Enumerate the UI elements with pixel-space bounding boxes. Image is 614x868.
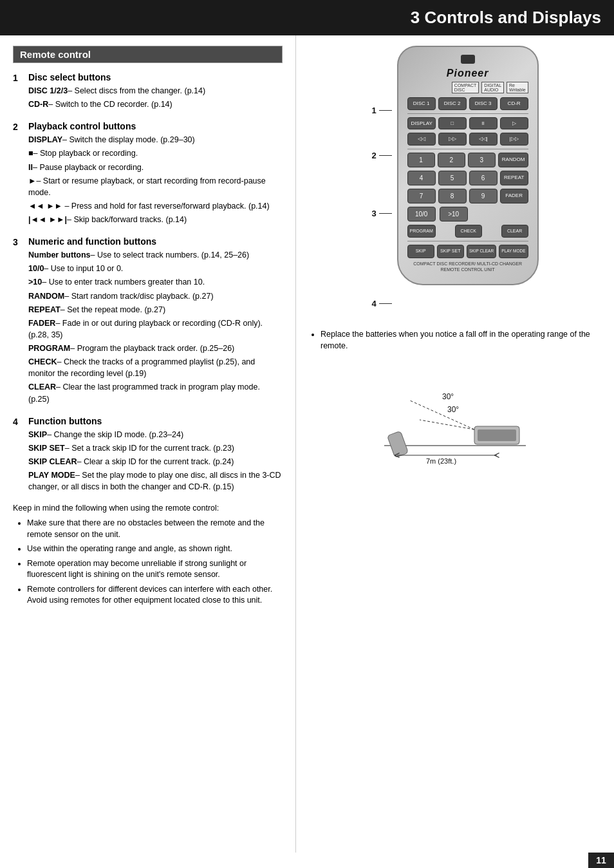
disc-buttons-row[interactable]: DISC 1 DISC 2 DISC 3 CD-R (407, 97, 528, 110)
ir-sensor (461, 55, 475, 64)
stop-button[interactable]: □ (438, 117, 467, 130)
section-playback: 2 Playback control buttons DISPLAY– Swit… (13, 121, 283, 227)
list-item: Remote controllers for different devices… (27, 584, 283, 607)
remote-footer-text: COMPACT DISC RECORDER/ MULTI-CD CHANGER … (407, 261, 528, 272)
repeat-button[interactable]: REPEAT (500, 171, 528, 185)
right-column: 1 2 3 4 (296, 35, 614, 853)
range-diagram: 30° 30° 7m (23ft.) (378, 362, 532, 467)
svg-rect-3 (387, 431, 409, 457)
playback-buttons-row[interactable]: DISPLAY □ II ▷ (407, 117, 528, 130)
pause-button[interactable]: II (469, 117, 498, 130)
check-button[interactable]: CHECK (455, 225, 482, 238)
section-num-2: 2 (13, 121, 28, 227)
marker-4: 4 (371, 299, 391, 308)
section-function: 4 Function buttons SKIP– Change the skip… (13, 416, 283, 495)
section-num-3: 3 (13, 236, 28, 407)
num5-button[interactable]: 5 (438, 171, 467, 185)
section-header: Remote control (13, 46, 283, 63)
svg-text:7m (23ft.): 7m (23ft.) (426, 457, 456, 465)
section-num-4: 4 (13, 416, 28, 495)
section-num-1: 1 (13, 72, 28, 112)
num7-button[interactable]: 7 (407, 189, 436, 203)
bullet-list: Make sure that there are no obstacles be… (27, 518, 283, 607)
num9-button[interactable]: 9 (469, 189, 498, 203)
num-row-3[interactable]: 7 8 9 FADER (407, 189, 528, 203)
display-button[interactable]: DISPLAY (407, 117, 436, 130)
section-title-3: Numeric and function buttons (28, 236, 283, 247)
num3-button[interactable]: 3 (468, 153, 496, 167)
list-item: Make sure that there are no obstacles be… (27, 518, 283, 540)
page-number: 11 (588, 853, 614, 868)
page-title: 3 Controls and Displays (0, 0, 614, 35)
disc2-button[interactable]: DISC 2 (438, 97, 467, 110)
remote-section: 1 2 3 4 (371, 46, 538, 316)
gt-ten-button[interactable]: >10 (440, 207, 468, 222)
logo-compact-disc: COMPACTDISC (452, 82, 479, 93)
play-mode-button[interactable]: PLAY MODE (499, 245, 528, 258)
remote-brand: Pioneer (407, 68, 528, 79)
play-button[interactable]: ▷ (500, 117, 528, 130)
num1-button[interactable]: 1 (407, 153, 435, 167)
num8-button[interactable]: 8 (438, 189, 467, 203)
list-item: Replace the batteries when you notice a … (321, 329, 608, 352)
remote-logos: COMPACTDISC DIGITALAUDIO ReWritable (407, 82, 528, 93)
side-markers: 1 2 3 4 (371, 46, 391, 316)
clear-button[interactable]: CLEAR (501, 225, 528, 238)
svg-line-4 (410, 401, 474, 429)
fader-button[interactable]: FADER (500, 189, 528, 203)
marker-2: 2 (371, 151, 391, 160)
svg-line-5 (420, 420, 474, 429)
skip-button[interactable]: SKIP (407, 245, 434, 258)
ff-button[interactable]: ▷▷ (438, 133, 467, 146)
ten-row[interactable]: 10/0 >10 (407, 207, 528, 222)
range-svg: 30° 30° 7m (23ft.) (378, 362, 532, 465)
footer-note: Keep in mind the following when using th… (13, 504, 283, 513)
svg-rect-2 (478, 429, 516, 441)
marker-3: 3 (371, 209, 391, 218)
section-disc-select: 1 Disc select buttons DISC 1/2/3– Select… (13, 72, 283, 112)
skip-clear-button[interactable]: SKIP CLEAR (467, 245, 496, 258)
cdr-button[interactable]: CD-R (500, 97, 528, 110)
svg-text:30°: 30° (447, 405, 459, 414)
random-button[interactable]: RANDOM (498, 153, 528, 167)
marker-1: 1 (371, 106, 391, 115)
disc3-button[interactable]: DISC 3 (469, 97, 498, 110)
logo-digital-audio: DIGITALAUDIO (481, 82, 504, 93)
section-title-1: Disc select buttons (28, 72, 283, 82)
section-title-2: Playback control buttons (28, 121, 283, 131)
prev-button[interactable]: ◁◁| (469, 133, 498, 146)
num4-button[interactable]: 4 (407, 171, 436, 185)
right-notes: Replace the batteries when you notice a … (302, 329, 608, 355)
skip-row[interactable]: SKIP SKIP SET SKIP CLEAR PLAY MODE (407, 245, 528, 258)
logo-rewritable: ReWritable (507, 82, 528, 93)
num2-button[interactable]: 2 (438, 153, 465, 167)
remote-body: Pioneer COMPACTDISC DIGITALAUDIO ReWrita… (397, 46, 539, 285)
list-item: Use within the operating range and angle… (27, 543, 283, 555)
section-numeric: 3 Numeric and function buttons Number bu… (13, 236, 283, 407)
svg-text:30°: 30° (442, 392, 454, 401)
skip-set-button[interactable]: SKIP SET (437, 245, 464, 258)
nav-buttons-row[interactable]: ◁◁ ▷▷ ◁◁| |▷▷ (407, 133, 528, 146)
list-item: Remote operation may become unreliable i… (27, 558, 283, 581)
num-row-2[interactable]: 4 5 6 REPEAT (407, 171, 528, 185)
section-title-4: Function buttons (28, 416, 283, 426)
program-button[interactable]: PROGRAM (407, 225, 436, 238)
num6-button[interactable]: 6 (469, 171, 498, 185)
ten-zero-button[interactable]: 10/0 (407, 207, 436, 222)
num-row-1[interactable]: 1 2 3 RANDOM (407, 153, 528, 167)
next-button[interactable]: |▷▷ (500, 133, 528, 146)
program-row[interactable]: PROGRAM CHECK CLEAR (407, 225, 528, 238)
disc1-button[interactable]: DISC 1 (407, 97, 436, 110)
left-column: Remote control 1 Disc select buttons DIS… (0, 35, 296, 853)
rew-button[interactable]: ◁◁ (407, 133, 436, 146)
